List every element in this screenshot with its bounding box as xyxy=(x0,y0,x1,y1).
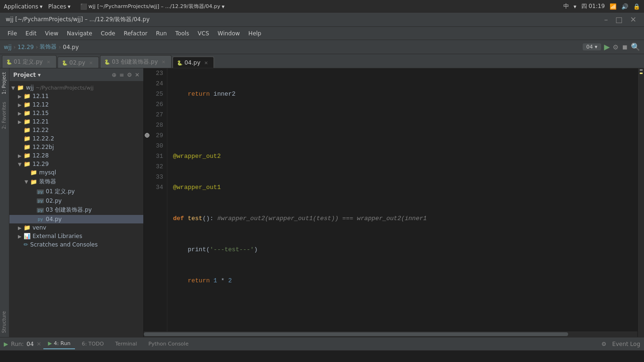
run-tab-run-icon: ▶ xyxy=(4,341,8,347)
event-log-link[interactable]: Event Log xyxy=(612,341,640,347)
tree-venv[interactable]: ▶ 📁 venv xyxy=(9,223,143,232)
tree-label-12-12: 12.12 xyxy=(33,101,49,108)
tree-label-12-22-2: 12.22.2 xyxy=(33,135,54,142)
tab-close-04[interactable]: ✕ xyxy=(204,60,208,66)
tree-file-02[interactable]: py 02.py xyxy=(9,197,143,205)
code-container[interactable]: 23 24 25 26 27 28 29 30 31 32 33 34 retu… xyxy=(144,68,637,331)
tree-label-venv: venv xyxy=(33,224,46,231)
pycharm-taskbar-btn[interactable]: ⬛ wjj [~/PycharmProjects/wjj] – .../12.2… xyxy=(80,3,225,10)
sidebar-label-favorites[interactable]: 2: Favorites xyxy=(0,98,9,133)
build-button[interactable]: ⚙ xyxy=(612,43,619,51)
stop-button[interactable]: ⏹ xyxy=(621,43,628,51)
menu-help[interactable]: Help xyxy=(245,28,265,39)
breadcrumb-file: 04.py xyxy=(63,44,79,50)
menu-view[interactable]: View xyxy=(41,28,62,39)
menu-window[interactable]: Window xyxy=(214,28,244,39)
bottom-tab-terminal[interactable]: Terminal xyxy=(110,339,142,349)
tree-12-11[interactable]: ▶ 📁 12.11 xyxy=(9,92,143,100)
tree-12-29[interactable]: ▼ 📁 12.29 xyxy=(9,160,143,168)
pycharm-title: wjj [~/PycharmProjects/wjj] – .../12.29/… xyxy=(89,3,221,10)
menu-edit[interactable]: Edit xyxy=(22,28,40,39)
run-config-badge[interactable]: 04 ▾ xyxy=(583,43,602,50)
tree-external-libs[interactable]: ▶ 📊 External Libraries xyxy=(9,232,143,240)
menu-file[interactable]: File xyxy=(4,28,21,39)
tree-12-22[interactable]: 📁 12.22 xyxy=(9,126,143,134)
tree-file-04[interactable]: py 04.py xyxy=(9,215,143,223)
py-icon-03: py xyxy=(37,208,44,213)
tab-close-01[interactable]: ✕ xyxy=(47,59,50,65)
horizontal-scrollbar[interactable] xyxy=(144,331,637,337)
folder-icon-12-21: 📁 xyxy=(24,118,31,125)
tree-file-03-create[interactable]: py 03 创建装饰器.py xyxy=(9,205,143,215)
places-menu[interactable]: Places ▾ xyxy=(48,3,70,10)
search-button[interactable]: 🔍 xyxy=(631,42,640,51)
menu-refactor[interactable]: Refactor xyxy=(120,28,151,39)
code-line-28: print('---test---') xyxy=(173,245,632,255)
tree-mysql[interactable]: 📁 mysql xyxy=(9,168,143,177)
run-tab-label: ▶ Run: 04 ✕ xyxy=(4,341,41,347)
menu-vcs[interactable]: VCS xyxy=(194,28,213,39)
folder-icon-12-22: 📁 xyxy=(24,127,31,133)
sidebar-label-structure[interactable]: Structure xyxy=(0,307,9,337)
breadcrumb-dir1[interactable]: 12.29 xyxy=(17,44,33,50)
tab-close-03[interactable]: ✕ xyxy=(162,59,165,65)
menu-navigate[interactable]: Navigate xyxy=(63,28,96,39)
bottom-tab-python-console[interactable]: Python Console xyxy=(144,339,193,349)
tab-03-create[interactable]: 🐍 03 创建装饰器.py ✕ xyxy=(100,55,172,68)
menu-run[interactable]: Run xyxy=(152,28,171,39)
tree-12-22bj[interactable]: 📁 12.22bj xyxy=(9,143,143,151)
maximize-button[interactable]: □ xyxy=(613,15,624,24)
tree-12-28[interactable]: ▶ 📁 12.28 xyxy=(9,151,143,160)
tree-12-22-2[interactable]: 📁 12.22.2 xyxy=(9,134,143,143)
project-action-collapse[interactable]: ≡ xyxy=(119,72,124,78)
left-sidebar-labels: 1: Project 2: Favorites Structure xyxy=(0,68,9,337)
project-action-close[interactable]: ✕ xyxy=(135,72,140,78)
tab-bar: 🐍 01 定义.py ✕ 🐍 02.py ✕ 🐍 03 创建装饰器.py ✕ 🐍… xyxy=(0,54,644,68)
breadcrumb-sep2: › xyxy=(36,44,38,50)
tree-label-12-11: 12.11 xyxy=(33,93,49,99)
tree-root[interactable]: ▼ 📁 wjj ~/PycharmProjects/wjj xyxy=(9,83,143,92)
tree-12-21[interactable]: ▶ 📁 12.21 xyxy=(9,117,143,126)
sidebar-label-project[interactable]: 1: Project xyxy=(0,68,9,98)
tab-label-04: 04.py xyxy=(184,59,200,66)
tree-12-12[interactable]: ▶ 📁 12.12 xyxy=(9,100,143,109)
bottom-tab-run[interactable]: ▶ 4: Run xyxy=(43,338,75,349)
scrollbar-thumb-h[interactable] xyxy=(144,332,568,336)
run-config-arrow: ▾ xyxy=(595,44,598,50)
tree-label-04: 04.py xyxy=(46,216,62,222)
minimize-button[interactable]: – xyxy=(602,15,610,24)
tab-01-define[interactable]: 🐍 01 定义.py ✕ xyxy=(2,55,57,68)
tab-04[interactable]: 🐍 04.py ✕ xyxy=(173,57,214,68)
menu-tools[interactable]: Tools xyxy=(172,28,193,39)
folder-icon-mysql: 📁 xyxy=(30,169,37,176)
breadcrumb-dir2[interactable]: 装饰器 xyxy=(40,43,57,51)
bottom-tabs: ▶ Run: 04 ✕ ▶ 4: Run 6: TODO Terminal Py… xyxy=(0,337,644,351)
code-line-29: return 1 * 2 xyxy=(173,276,632,286)
tree-scratches[interactable]: ✏ Scratches and Consoles xyxy=(9,240,143,249)
tree-decorator[interactable]: ▼ 📁 装饰器 xyxy=(9,177,143,187)
run-tab-close[interactable]: ✕ xyxy=(37,341,41,347)
menu-code[interactable]: Code xyxy=(97,28,119,39)
tab-02[interactable]: 🐍 02.py ✕ xyxy=(58,57,99,68)
tree-root-path: ~/PycharmProjects/wjj xyxy=(35,85,93,91)
bottom-tab-todo[interactable]: 6: TODO xyxy=(77,339,108,349)
tab-label-03: 03 创建装饰器.py xyxy=(112,58,158,66)
breadcrumb-root[interactable]: wjj xyxy=(4,44,11,50)
bookmark-indicator xyxy=(145,133,149,138)
bottom-settings-icon[interactable]: ⚙ xyxy=(602,341,607,347)
system-bar: Applications ▾ Places ▾ ⬛ wjj [~/Pycharm… xyxy=(0,0,644,13)
run-button[interactable]: ▶ xyxy=(604,42,610,51)
folder-icon-12-12: 📁 xyxy=(24,101,31,108)
language-indicator[interactable]: 中 xyxy=(563,2,569,10)
tab-close-02[interactable]: ✕ xyxy=(89,60,93,66)
tree-file-01-define[interactable]: py 01 定义.py xyxy=(9,187,143,197)
right-mark-1 xyxy=(640,69,643,71)
close-button[interactable]: ✕ xyxy=(628,15,638,24)
tab-icon-03: 🐍 xyxy=(104,59,110,65)
code-editor[interactable]: return inner2 @wrapper_out2 @wrapper_out… xyxy=(167,68,637,331)
tree-label-12-22bj: 12.22bj xyxy=(33,144,54,150)
project-action-settings[interactable]: ⚙ xyxy=(127,72,132,78)
project-action-scope[interactable]: ⊕ xyxy=(112,72,116,78)
tree-12-15[interactable]: ▶ 📁 12.15 xyxy=(9,109,143,117)
applications-menu[interactable]: Applications ▾ xyxy=(4,3,42,10)
